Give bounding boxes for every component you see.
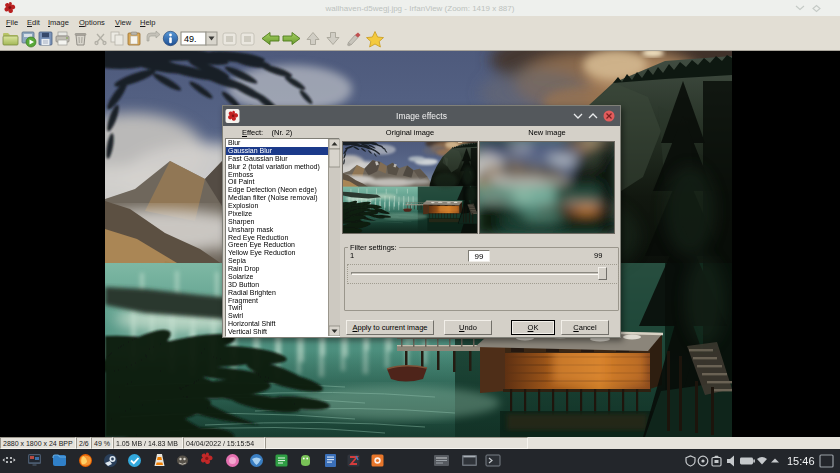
svg-text:15:46: 15:46 xyxy=(787,455,815,467)
svg-text:49.: 49. xyxy=(184,34,197,44)
